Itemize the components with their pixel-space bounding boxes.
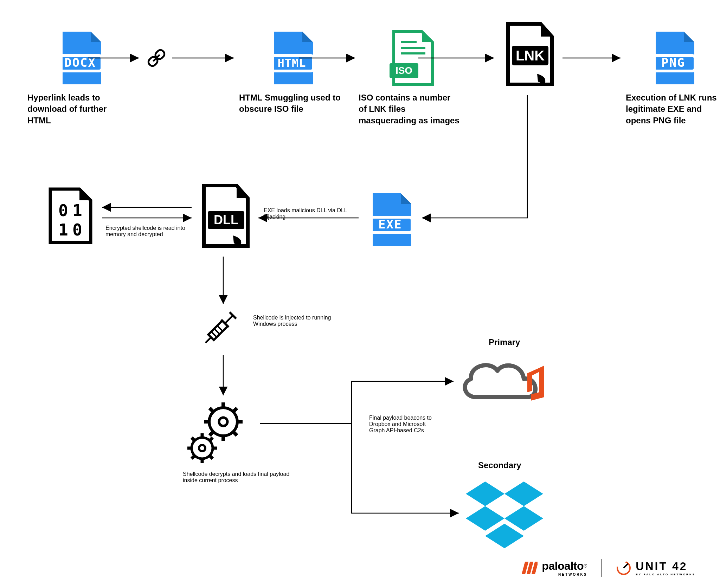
paloalto-sub: NETWORKS	[542, 573, 587, 576]
arrow-gears-primary	[260, 381, 454, 424]
unit42-logo: UNIT 42 BY PALO ALTO NETWORKS	[616, 560, 695, 576]
footer: paloalto® NETWORKS UNIT 42 BY PALO ALTO …	[521, 559, 695, 577]
unit42-sub: BY PALO ALTO NETWORKS	[636, 573, 695, 576]
footer-divider	[601, 559, 602, 577]
paloalto-logo: paloalto® NETWORKS	[521, 560, 587, 576]
unit42-text: UNIT 42	[636, 560, 695, 573]
paloalto-mark-icon	[521, 560, 538, 576]
arrow-gears-secondary	[352, 424, 459, 513]
unit42-mark-icon	[616, 560, 631, 576]
paloalto-text: paloalto	[542, 560, 584, 572]
arrow-lnk-exe	[422, 95, 527, 218]
svg-line-61	[624, 564, 628, 568]
